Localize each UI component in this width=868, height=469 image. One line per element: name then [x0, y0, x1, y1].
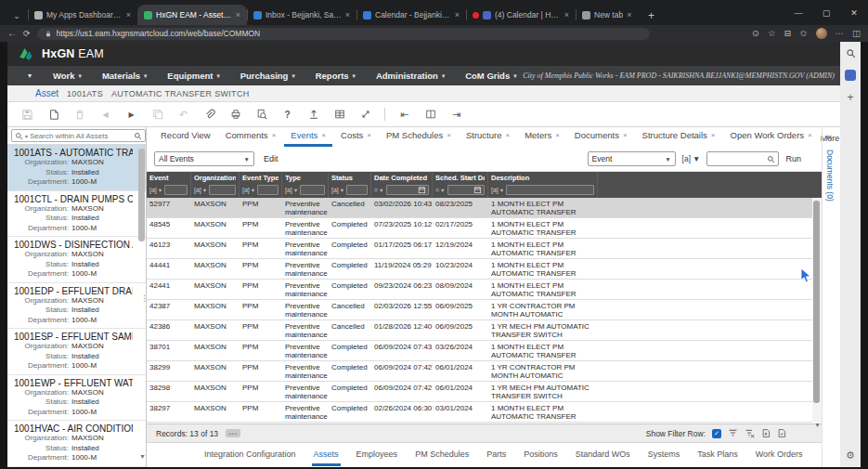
browser-tab[interactable]: Inbox - Bejjanki, Sai Krishna - Outl: [247, 5, 356, 25]
tab-close-icon[interactable]: [627, 10, 631, 20]
record-tab[interactable]: Structure: [460, 130, 516, 147]
back-icon[interactable]: [7, 29, 17, 38]
tab-close-icon[interactable]: [126, 10, 131, 20]
screen-tab[interactable]: Employees: [355, 444, 400, 466]
screen-tab[interactable]: Work Orders: [754, 444, 805, 466]
export-grid-icon[interactable]: [761, 428, 771, 438]
documents-vertical-tab[interactable]: Documents (0): [825, 150, 835, 202]
filter-operator[interactable]: =▼: [435, 187, 446, 193]
screen-tab[interactable]: PM Schedules: [413, 444, 471, 466]
record-tab[interactable]: Events: [284, 130, 332, 147]
grid-column-header[interactable]: Event Type [a]▼: [240, 172, 282, 198]
event-row[interactable]: 38299 MAXSON PPM Preventive maintenance …: [147, 361, 822, 382]
tab-close-icon[interactable]: [272, 131, 277, 139]
record-tab[interactable]: PM Schedules: [380, 130, 458, 147]
hyperlink-icon[interactable]: [202, 108, 216, 122]
dataspy-edit-link[interactable]: Edit: [264, 154, 279, 163]
site-permissions-icon[interactable]: [752, 29, 759, 38]
asset-list-item[interactable]: 1001ESP - EFFLUENT SAMPLE P... Organizat…: [7, 329, 146, 375]
event-row[interactable]: 48545 MAXSON PPM Preventive maintenance …: [147, 218, 822, 239]
record-tab[interactable]: Comments: [219, 130, 283, 147]
record-tab[interactable]: Open Work Orders: [724, 130, 819, 147]
m365-icon[interactable]: [845, 70, 856, 81]
save-grid-layout-icon[interactable]: [777, 428, 786, 438]
collapse-panel-icon[interactable]: [826, 131, 832, 142]
filter-input[interactable]: [164, 185, 188, 195]
column-filter[interactable]: [a]▼: [331, 185, 368, 196]
screen-tab[interactable]: Parts: [485, 444, 508, 466]
filter-input[interactable]: [346, 185, 368, 195]
menu-chevron-icon[interactable]: ▾: [17, 72, 43, 80]
record-tab[interactable]: Meters: [518, 130, 566, 147]
add-sidebar-item-icon[interactable]: [847, 92, 853, 103]
close-button[interactable]: [840, 0, 868, 25]
sidebar-search-icon[interactable]: [846, 48, 856, 59]
column-filter[interactable]: [a]▼: [285, 185, 325, 196]
run-search-icon[interactable]: [134, 132, 142, 140]
url-field[interactable]: https://us1.eam.hxgnsmartcloud.com/web/b…: [37, 28, 650, 40]
minimize-button[interactable]: [784, 0, 812, 25]
grid-view-icon[interactable]: [332, 108, 346, 122]
filter-operator[interactable]: [a]▼: [285, 187, 298, 193]
record-tab[interactable]: Record View: [154, 130, 217, 147]
asset-list-item[interactable]: 1001ATS - AUTOMATIC TRANSF... Organizati…: [7, 145, 146, 191]
event-row[interactable]: 42386 MAXSON PPM Preventive maintenance …: [147, 320, 822, 341]
menu-item[interactable]: Administration▾: [366, 71, 455, 81]
browser-menu-icon[interactable]: [836, 29, 845, 38]
filter-input[interactable]: [209, 185, 236, 195]
menu-item[interactable]: Reports▾: [305, 71, 366, 81]
column-filter[interactable]: =▼: [435, 185, 485, 196]
browser-tab[interactable]: Calendar - Bejjanki, Sai Krishna - C: [356, 5, 466, 25]
column-filter[interactable]: [a]▼: [242, 185, 279, 196]
panel-resize-grip[interactable]: ⋮: [140, 293, 146, 303]
quick-search-input[interactable]: [710, 154, 767, 163]
tab-close-icon[interactable]: [236, 10, 240, 20]
export-icon[interactable]: [306, 108, 320, 122]
screen-tab[interactable]: Integration Configuration: [202, 444, 298, 466]
menu-item[interactable]: Materials▾: [92, 71, 157, 81]
asset-search-box[interactable]: ▾: [11, 129, 146, 142]
breadcrumb-entity[interactable]: Asset: [35, 88, 58, 98]
tab-close-icon[interactable]: [555, 131, 560, 139]
records-badge[interactable]: •••: [226, 429, 240, 437]
grid-column-header[interactable]: Date Completed =▼: [371, 172, 433, 198]
grid-column-header[interactable]: Status [a]▼: [329, 172, 371, 198]
delete-icon[interactable]: [72, 108, 86, 122]
new-record-icon[interactable]: [46, 108, 60, 122]
profile-avatar[interactable]: [816, 28, 827, 39]
refresh-icon[interactable]: [23, 29, 31, 38]
event-row[interactable]: 42387 MAXSON PPM Preventive maintenance …: [147, 300, 822, 320]
show-filter-row-checkbox[interactable]: [712, 429, 721, 438]
tab-close-icon[interactable]: [711, 131, 716, 139]
filter-icon[interactable]: [728, 428, 738, 438]
last-record-icon[interactable]: [449, 108, 463, 122]
asset-list-item[interactable]: 1001HVAC - AIR CONDITIONING ... Organiza…: [7, 421, 146, 467]
filter-operator[interactable]: [a]▼: [194, 187, 207, 193]
filter-input[interactable]: [447, 185, 485, 195]
event-row[interactable]: 52977 MAXSON PPM Preventive maintenance …: [147, 198, 822, 218]
event-row[interactable]: 38297 MAXSON PPM Preventive maintenance …: [147, 402, 822, 423]
scroll-down-icon[interactable]: ▼: [139, 453, 146, 460]
asset-list-item[interactable]: 1001CTL - DRAIN PUMPS CONT... Organizati…: [7, 191, 146, 238]
filter-operator[interactable]: =▼: [374, 187, 384, 193]
undo-icon[interactable]: [176, 108, 190, 122]
filter-field-select[interactable]: Event▼: [588, 151, 676, 166]
record-tab[interactable]: Costs: [334, 130, 378, 147]
filter-input[interactable]: [386, 185, 429, 195]
clear-filter-icon[interactable]: [745, 428, 755, 438]
tab-search-chevron-icon[interactable]: ⌄: [6, 6, 28, 25]
event-row[interactable]: 42441 MAXSON PPM Preventive maintenance …: [147, 280, 822, 300]
tab-close-icon[interactable]: [321, 131, 326, 139]
asset-list-scrollbar[interactable]: [138, 147, 145, 462]
record-tab[interactable]: Structure Details: [636, 130, 722, 147]
tab-close-icon[interactable]: [623, 131, 628, 139]
collections-icon[interactable]: [784, 29, 792, 38]
grid-column-header[interactable]: Sched. Start Date =▼: [433, 172, 488, 198]
filter-operator[interactable]: [a]▼: [149, 187, 162, 193]
event-row[interactable]: 38298 MAXSON PPM Preventive maintenance …: [147, 382, 822, 402]
tab-close-icon[interactable]: [447, 131, 451, 139]
column-filter[interactable]: =▼: [374, 185, 429, 196]
filter-operator[interactable]: [a]▼: [331, 187, 344, 193]
print-icon[interactable]: [228, 108, 242, 122]
run-button[interactable]: Run: [785, 154, 801, 163]
